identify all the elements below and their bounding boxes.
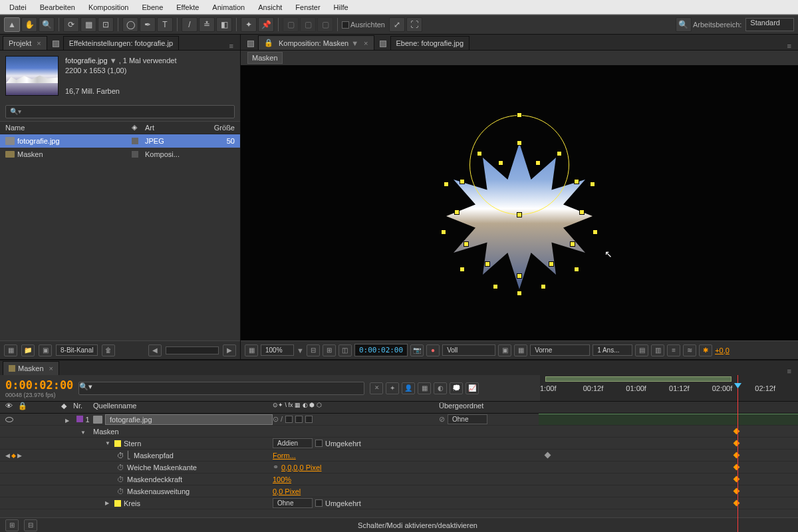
new-comp-icon[interactable]: ▣ <box>39 344 52 356</box>
layer-row[interactable]: ▶ 1 fotografie.jpg ⊙ / ⊘Ohne <box>0 414 798 426</box>
tab-effekteinstellungen[interactable]: Effekteinstellungen: fotografie.jp <box>63 36 179 50</box>
res-half-icon[interactable]: ⊟ <box>307 344 320 356</box>
scrollbar[interactable] <box>166 346 219 354</box>
interpret-icon[interactable]: ▦ <box>4 344 17 356</box>
mask-vertex[interactable] <box>517 140 522 146</box>
keyframe-marker[interactable] <box>733 452 740 459</box>
mask-vertex[interactable] <box>574 267 579 272</box>
close-icon[interactable]: × <box>49 364 53 372</box>
link-icon[interactable]: ⚭ <box>273 463 279 471</box>
brush-tool-icon[interactable]: / <box>182 17 198 32</box>
search-help-icon[interactable]: 🔍 <box>676 17 692 32</box>
roto-tool-icon[interactable]: ✦ <box>241 17 257 32</box>
property-row[interactable]: ⏱ Weiche Maskenkante ⚭ 0,0,0,0 Pixel <box>0 462 798 473</box>
mask-vertex[interactable] <box>444 182 449 187</box>
menu-bearbeiten[interactable]: Bearbeiten <box>35 1 80 13</box>
toggle-modes-icon[interactable]: ⊟ <box>24 519 37 531</box>
tab-icon[interactable] <box>380 41 386 47</box>
fast-preview-icon[interactable]: ▥ <box>651 344 664 356</box>
reset-exp-icon[interactable]: ✱ <box>699 344 712 356</box>
prop-value[interactable]: 100% <box>273 475 291 483</box>
visibility-toggle[interactable] <box>5 417 13 422</box>
label-icon[interactable] <box>132 138 138 144</box>
pen-tool-icon[interactable]: ✒ <box>140 17 156 32</box>
property-row[interactable]: ⏱ Maskendeckkraft 100% <box>0 473 798 485</box>
mask-mode-select[interactable]: Ohne <box>273 498 313 508</box>
menu-ebene[interactable]: Ebene <box>136 1 168 13</box>
menu-hilfe[interactable]: Hilfe <box>329 1 354 13</box>
mask-vertex[interactable] <box>460 267 465 272</box>
mask-row[interactable]: ▼Stern AddienUmgekehrt <box>0 438 798 450</box>
mask-vertex[interactable] <box>517 212 522 217</box>
work-area-bar[interactable] <box>545 376 732 382</box>
col-size[interactable]: Größe <box>208 124 235 132</box>
mask-vertex[interactable] <box>535 160 541 166</box>
zoom-tool-icon[interactable]: 🔍 <box>39 17 55 32</box>
circle-mask-path[interactable] <box>469 115 569 215</box>
snapshot-icon[interactable]: 📷 <box>410 344 424 356</box>
camera-tool-icon[interactable]: ▦ <box>80 17 96 32</box>
keyframe-nav[interactable]: ◀◆▶ <box>5 452 32 459</box>
frame-blend-icon[interactable]: ▦ <box>418 382 431 394</box>
project-search[interactable]: 🔍▾ <box>5 105 235 118</box>
switch[interactable] <box>285 416 293 423</box>
switch[interactable] <box>305 416 313 423</box>
twist-icon[interactable]: ▶ <box>105 500 112 506</box>
snap2-icon[interactable]: ⛶ <box>406 17 422 32</box>
hide-shy-icon[interactable]: 👤 <box>402 382 415 394</box>
puppet-tool-icon[interactable]: 📌 <box>258 17 274 32</box>
close-icon[interactable]: × <box>364 39 368 47</box>
zoom-select[interactable]: 100% <box>261 344 294 356</box>
region-icon[interactable]: ▣ <box>498 344 511 356</box>
property-row[interactable]: ◀◆▶ ⏱ ⎣ Maskenpfad Form... <box>0 450 798 462</box>
menu-datei[interactable]: Datei <box>4 1 32 13</box>
panel-menu-icon[interactable]: ≡ <box>225 42 237 50</box>
twist-icon[interactable]: ▶ <box>64 418 70 424</box>
stopwatch-icon[interactable]: ⏱ <box>117 487 124 495</box>
show-channel-icon[interactable]: ● <box>426 344 440 356</box>
grid-icon[interactable]: ⊞ <box>323 344 336 356</box>
panel-menu-icon[interactable]: ≡ <box>783 42 795 50</box>
comp-flow-icon[interactable]: ≋ <box>683 344 696 356</box>
mask-vertex[interactable] <box>477 151 482 156</box>
keyframe-marker[interactable] <box>733 464 740 471</box>
mask-vertex[interactable] <box>485 261 490 267</box>
mask-vertex[interactable] <box>557 151 562 156</box>
comp-mini-flow-icon[interactable]: ⪤ <box>370 382 383 394</box>
mask-mode-select[interactable]: Addien <box>273 438 313 448</box>
keyframe-marker[interactable] <box>733 488 740 495</box>
opt2-icon[interactable]: ▢ <box>300 17 316 32</box>
prop-value[interactable]: 0,0 Pixel <box>273 487 301 495</box>
current-time[interactable]: 0:00:02:00 <box>354 344 408 356</box>
opt1-icon[interactable]: ▢ <box>283 17 299 32</box>
mask-color-icon[interactable] <box>114 500 121 507</box>
stopwatch-icon[interactable]: ⏱ <box>117 452 124 460</box>
mask-toggle-icon[interactable]: ◫ <box>338 344 352 356</box>
align-checkbox[interactable] <box>342 21 349 29</box>
menu-ansicht[interactable]: Ansicht <box>253 1 287 13</box>
motion-blur-icon[interactable]: ◐ <box>434 382 447 394</box>
mask-vertex[interactable] <box>517 291 522 296</box>
resolution-select[interactable]: Voll <box>442 344 495 356</box>
bit-depth-select[interactable]: 8-Bit-Kanal <box>56 344 98 356</box>
menu-effekte[interactable]: Effekte <box>171 1 204 13</box>
trash-icon[interactable]: 🗑 <box>102 344 115 356</box>
mask-vertex[interactable] <box>454 209 460 215</box>
mask-vertex[interactable] <box>517 273 522 279</box>
col-type[interactable]: Art <box>145 124 208 132</box>
timeline-search[interactable]: 🔍▾ <box>78 382 364 395</box>
layer-color-icon[interactable] <box>76 416 83 422</box>
list-item[interactable]: Masken Komposi... <box>0 148 240 161</box>
mask-group-row[interactable]: ▼ Masken <box>0 426 798 438</box>
rotate-tool-icon[interactable]: ⟳ <box>63 17 79 32</box>
px-aspect-icon[interactable]: ▤ <box>635 344 648 356</box>
opt3-icon[interactable]: ▢ <box>317 17 333 32</box>
mask-vertex[interactable] <box>574 179 579 184</box>
tab-composition[interactable]: 🔒 Komposition: Masken ▼ × <box>258 35 374 50</box>
breadcrumb[interactable]: Masken <box>247 52 283 64</box>
property-row[interactable]: ⏱ Maskenausweitung 0,0 Pixel <box>0 485 798 497</box>
graph-editor-icon[interactable]: 📈 <box>466 382 479 394</box>
stopwatch-icon[interactable]: ⏱ <box>117 464 124 471</box>
views-select[interactable]: 1 Ans... <box>593 344 632 356</box>
tab-projekt[interactable]: Projekt × <box>3 36 47 50</box>
